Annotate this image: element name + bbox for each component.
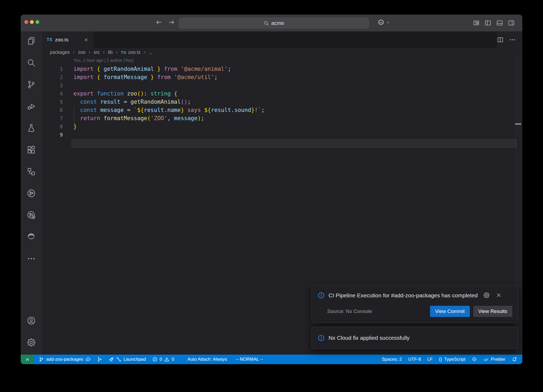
activity-item-testing[interactable]	[21, 119, 42, 138]
chevron-right-icon	[102, 50, 106, 54]
code-line: 8}	[42, 123, 522, 131]
label: LF	[427, 357, 433, 362]
toggle-primary-sidebar-button[interactable]	[484, 19, 492, 27]
indentation[interactable]: Spaces: 2	[379, 355, 405, 364]
code-line: 7 return formatMessage('ZOO', message);	[42, 114, 522, 123]
bell-dot-icon	[512, 357, 517, 362]
line-number: 8	[42, 123, 63, 131]
code-line: 2import { formatMessage } from '@acme/ut…	[42, 73, 522, 81]
branch[interactable]: add-zoo-packages	[36, 355, 94, 364]
typescript-file-icon: TS	[47, 37, 52, 42]
error-icon	[152, 357, 157, 362]
git-blame-annotation: You, 1 hour ago | 1 author (You)	[42, 56, 522, 65]
cloud-upload-icon	[85, 357, 91, 362]
minimize-window-button[interactable]	[30, 20, 34, 24]
notification-toasts: CI Pipeline Execution for #add-zoo-packa…	[312, 285, 518, 349]
customize-layout-button[interactable]	[473, 19, 480, 27]
label: Launchpad	[124, 357, 146, 362]
breadcrumb-item[interactable]: packages	[50, 50, 70, 55]
double-check-icon	[483, 357, 489, 362]
search-icon	[264, 20, 269, 26]
split-editor-button[interactable]	[497, 36, 504, 43]
view-commit-button[interactable]: View Commit	[430, 306, 470, 317]
rocket-icon	[109, 357, 114, 362]
gear-icon	[27, 338, 36, 347]
activity-item-additional-views[interactable]	[21, 249, 42, 268]
code-line: 3	[42, 81, 522, 90]
line-number: 1	[42, 65, 63, 73]
zoom-window-button[interactable]	[36, 20, 39, 24]
copilot-menu[interactable]	[377, 19, 391, 26]
activity-item-source-control[interactable]	[21, 75, 42, 94]
activity-item-search[interactable]	[21, 53, 42, 72]
close-window-button[interactable]	[24, 20, 28, 24]
vim-mode[interactable]: -- NORMAL --	[232, 355, 266, 364]
breadcrumb-item[interactable]: zoo	[78, 50, 85, 55]
breadcrumb-item[interactable]: ...	[149, 50, 153, 55]
launchpad[interactable]: Launchpad	[106, 355, 149, 364]
problems[interactable]: 00	[149, 355, 177, 364]
encoding[interactable]: UTF-8	[405, 355, 424, 364]
activity-item-edge-tools[interactable]	[21, 227, 42, 246]
breadcrumb-item[interactable]: src	[94, 50, 100, 55]
auto-attach[interactable]: Auto Attach: Always	[184, 355, 230, 364]
activity-item-settings[interactable]	[21, 333, 42, 352]
label: UTF-8	[408, 357, 421, 362]
code-text: const message = `${result.name} says ${r…	[73, 106, 265, 114]
current-line-highlight	[72, 139, 516, 147]
code-text: export function zoo(): string {	[73, 90, 177, 98]
more-actions-button[interactable]	[509, 36, 516, 43]
layout-controls	[473, 19, 515, 27]
activity-bar	[21, 32, 42, 355]
language-mode[interactable]: {}TypeScript	[436, 355, 469, 364]
tab-zoo-ts[interactable]: TS zoo.ts	[42, 32, 93, 48]
notification-nx-cloud-fix: Nx Cloud fix applied successfully	[312, 327, 518, 349]
window-controls	[24, 20, 39, 24]
typescript-file-icon: TS	[121, 50, 126, 55]
breadcrumb-label: zoo	[78, 50, 85, 55]
nx-cloud-icon	[27, 211, 36, 220]
activity-item-accounts[interactable]	[21, 311, 42, 330]
files-icon	[27, 37, 36, 46]
titlebar: acme	[21, 15, 522, 32]
back-icon[interactable]	[155, 19, 162, 26]
forward-icon[interactable]	[168, 19, 175, 26]
command-center-search[interactable]: acme	[179, 18, 369, 28]
activity-item-references[interactable]	[21, 162, 42, 181]
close-icon[interactable]	[84, 37, 89, 42]
code-line: 6 const message = `${result.name} says $…	[42, 106, 522, 114]
line-number: 5	[42, 98, 63, 106]
activity-item-explorer[interactable]	[21, 32, 42, 51]
formatter[interactable]: Prettier	[480, 355, 509, 364]
activity-item-nx-cloud[interactable]	[21, 206, 42, 225]
breadcrumb-label: zoo.ts	[128, 50, 141, 55]
tab-bar: TS zoo.ts	[42, 32, 522, 48]
breadcrumb-item[interactable]: TSzoo.ts	[121, 50, 141, 55]
activity-item-nx-console[interactable]	[21, 184, 42, 203]
chevron-right-icon	[115, 50, 119, 54]
line-number: 7	[42, 114, 63, 123]
toggle-panel-button[interactable]	[496, 19, 503, 27]
activity-item-run-debug[interactable]	[21, 97, 42, 116]
hierarchy-icon	[27, 167, 36, 176]
notification-ci-pipeline: CI Pipeline Execution for #add-zoo-packa…	[312, 285, 518, 323]
chevron-right-icon	[143, 50, 147, 54]
eol[interactable]: LF	[424, 355, 436, 364]
remote-indicator[interactable]	[21, 355, 34, 364]
scm-icon	[27, 80, 36, 89]
view-results-button[interactable]: View Results	[473, 306, 512, 317]
toggle-secondary-sidebar-button[interactable]	[508, 19, 515, 27]
copilot-icon	[472, 357, 477, 362]
copilot-status[interactable]	[468, 355, 480, 364]
source-control-graph[interactable]	[94, 355, 106, 364]
line-number: 2	[42, 73, 63, 81]
activity-item-extensions[interactable]	[21, 140, 42, 159]
copilot-icon	[377, 19, 385, 26]
extensions-icon	[27, 145, 36, 154]
close-icon[interactable]	[496, 292, 502, 298]
notifications-bell[interactable]	[509, 355, 520, 364]
label: 0	[172, 357, 174, 362]
breadcrumb-label: src	[94, 50, 100, 55]
gear-icon[interactable]	[483, 292, 490, 298]
breadcrumb-item[interactable]: lib	[108, 50, 113, 55]
